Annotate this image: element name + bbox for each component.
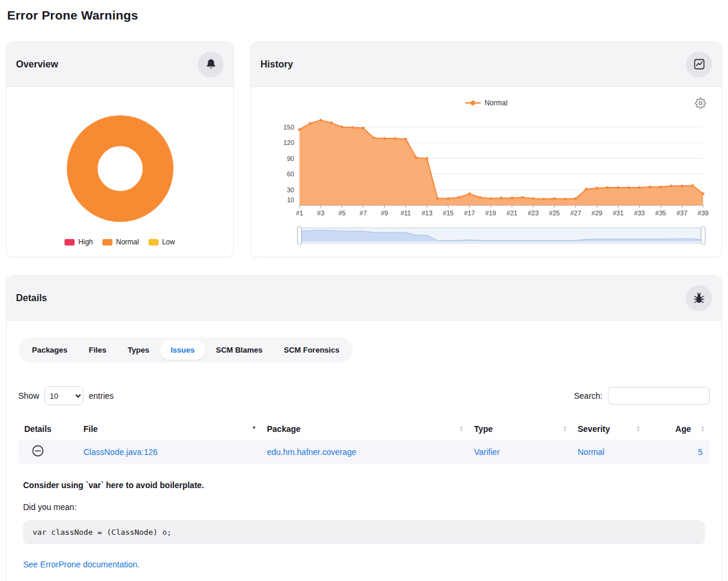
column-label: Type	[474, 424, 493, 434]
tab-files[interactable]: Files	[78, 340, 117, 360]
svg-text:#13: #13	[421, 209, 432, 217]
svg-text:#19: #19	[485, 209, 496, 217]
issue-prompt: Did you mean:	[23, 502, 705, 512]
legend-label: Normal	[116, 238, 139, 246]
history-area-chart[interactable]: 10306090120150#1#3#5#7#9#11#13#15#17#19#…	[260, 111, 711, 224]
severity-donut-chart[interactable]	[67, 115, 173, 222]
series-legend-marker-icon	[465, 100, 481, 106]
search-control: Search:	[574, 387, 710, 405]
svg-text:90: 90	[287, 155, 294, 162]
details-card: Details PackagesFilesTypesIssuesSCM Blam…	[6, 275, 722, 581]
tab-scm-blames[interactable]: SCM Blames	[205, 340, 273, 360]
svg-text:60: 60	[287, 170, 294, 177]
severity-link[interactable]: Normal	[578, 447, 604, 457]
history-chart-button[interactable]	[686, 51, 712, 78]
history-card-title: History	[260, 59, 293, 70]
search-label: Search:	[574, 391, 603, 401]
overview-card-title: Overview	[16, 59, 58, 70]
search-input[interactable]	[608, 387, 710, 405]
column-label: File	[83, 424, 98, 434]
history-card: History Normal	[250, 41, 722, 257]
tab-packages[interactable]: Packages	[21, 340, 78, 360]
overview-card-body: HighNormalLow	[7, 87, 233, 246]
bug-icon	[692, 292, 706, 305]
table-header-row: DetailsFile▲▼Package▲▼Type▲▼Severity▲▼Ag…	[18, 418, 710, 440]
legend-swatch-low-icon	[149, 239, 159, 246]
column-header-file[interactable]: File▲▼	[78, 418, 261, 440]
page-length-select[interactable]: 10	[44, 386, 83, 405]
svg-text:#15: #15	[443, 209, 453, 217]
svg-text:#39: #39	[698, 209, 708, 217]
legend-item-normal[interactable]: Normal	[102, 238, 139, 246]
gear-icon	[695, 98, 706, 109]
legend-item-low[interactable]: Low	[149, 238, 175, 246]
history-chart-toolbar: Normal	[260, 95, 712, 111]
svg-text:#11: #11	[401, 209, 411, 217]
sort-icon: ▲▼	[252, 425, 256, 433]
svg-text:#7: #7	[360, 209, 367, 217]
errorprone-doc-link[interactable]: See ErrorProne documentation.	[23, 560, 140, 569]
legend-label: High	[78, 238, 93, 246]
bell-button[interactable]	[198, 51, 224, 78]
bell-icon	[205, 58, 217, 70]
svg-text:#29: #29	[591, 209, 602, 217]
suggested-fix-code: var classNode = (ClassNode) o;	[23, 520, 705, 544]
package-link[interactable]: edu.hm.hafner.coverage	[267, 447, 356, 457]
column-header-type[interactable]: Type▲▼	[468, 418, 572, 440]
svg-text:#21: #21	[507, 209, 517, 217]
svg-text:#31: #31	[613, 209, 623, 217]
collapse-row-button[interactable]	[31, 444, 44, 457]
svg-text:120: 120	[284, 139, 294, 146]
column-label: Details	[24, 424, 51, 434]
table-row: ClassNode.java:126edu.hm.hafner.coverage…	[18, 440, 710, 464]
column-header-severity[interactable]: Severity▲▼	[572, 418, 645, 440]
sort-icon: ▲▼	[563, 425, 567, 433]
svg-text:#1: #1	[296, 209, 303, 217]
svg-text:#9: #9	[381, 209, 388, 217]
sort-icon: ▲▼	[636, 425, 640, 433]
svg-text:150: 150	[284, 124, 294, 131]
svg-text:#17: #17	[464, 209, 475, 217]
tab-types[interactable]: Types	[117, 340, 160, 360]
legend-label: Low	[162, 238, 175, 246]
history-card-body: Normal 10306090120150#1#3#5#7#9#11#13#15…	[251, 87, 721, 246]
bug-button[interactable]	[686, 285, 712, 311]
line-chart-icon	[693, 58, 706, 70]
svg-text:#5: #5	[339, 209, 346, 217]
page-length-control: Show 10 entries	[18, 386, 114, 405]
minus-circle-icon	[31, 444, 44, 457]
entries-label: entries	[89, 391, 114, 401]
legend-item-high[interactable]: High	[65, 238, 93, 246]
age-value: 5	[645, 440, 710, 464]
details-card-body: PackagesFilesTypesIssuesSCM BlamesSCM Fo…	[7, 321, 721, 581]
svg-text:#33: #33	[634, 209, 645, 217]
table-controls: Show 10 entries Search:	[18, 386, 710, 405]
svg-text:#23: #23	[528, 209, 539, 217]
issues-table: DetailsFile▲▼Package▲▼Type▲▼Severity▲▼Ag…	[18, 418, 710, 464]
page-title: Error Prone Warnings	[7, 8, 728, 22]
overview-card-header: Overview	[7, 42, 233, 87]
error-prone-warnings-page: Error Prone Warnings Overview HighNormal…	[0, 8, 728, 581]
legend-swatch-high-icon	[65, 239, 75, 246]
history-zoom-brush[interactable]	[260, 225, 711, 246]
svg-text:#27: #27	[570, 209, 581, 217]
type-link[interactable]: Varifier	[474, 447, 500, 457]
svg-text:30: 30	[287, 186, 294, 193]
chart-settings-button[interactable]	[694, 96, 707, 112]
column-header-package[interactable]: Package▲▼	[261, 418, 468, 440]
svg-text:#3: #3	[317, 209, 324, 217]
history-card-header: History	[251, 42, 721, 87]
overview-card: Overview HighNormalLow	[6, 41, 234, 257]
svg-text:#35: #35	[655, 209, 666, 217]
tab-scm-forensics[interactable]: SCM Forensics	[273, 340, 350, 360]
file-link[interactable]: ClassNode.java:126	[83, 447, 157, 457]
history-legend-normal[interactable]: Normal	[465, 99, 508, 107]
details-card-title: Details	[16, 293, 47, 304]
column-label: Package	[267, 424, 301, 434]
tab-issues[interactable]: Issues	[160, 340, 205, 360]
column-header-age[interactable]: Age▲▼	[645, 418, 710, 440]
series-legend-label: Normal	[485, 99, 508, 107]
details-tabs: PackagesFilesTypesIssuesSCM BlamesSCM Fo…	[18, 337, 353, 363]
column-label: Age	[675, 424, 691, 434]
legend-swatch-normal-icon	[102, 239, 112, 246]
